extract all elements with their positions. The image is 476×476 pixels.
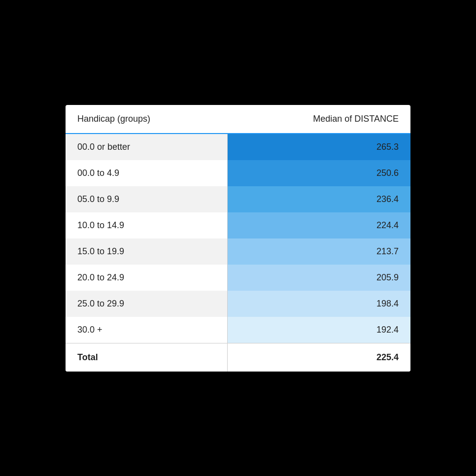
- value-cell: 236.4: [228, 186, 411, 212]
- group-label: 10.0 to 14.9: [66, 212, 228, 238]
- value-cell: 213.7: [228, 238, 411, 265]
- group-label: 25.0 to 29.9: [66, 291, 228, 317]
- value-cell: 192.4: [228, 317, 411, 343]
- table-card: Handicap (groups) Median of DISTANCE 00.…: [66, 105, 410, 372]
- value-cell: 224.4: [228, 212, 411, 238]
- table-row: 00.0 to 4.9250.6: [66, 160, 410, 186]
- value-cell: 205.9: [228, 265, 411, 291]
- table-row: 10.0 to 14.9224.4: [66, 212, 410, 238]
- value-cell: 250.6: [228, 160, 411, 186]
- group-label: 15.0 to 19.9: [66, 238, 228, 265]
- table-row: 00.0 or better265.3: [66, 134, 410, 160]
- group-label: 00.0 to 4.9: [66, 160, 228, 186]
- col2-header: Median of DISTANCE: [228, 105, 411, 134]
- total-value: 225.4: [228, 343, 411, 372]
- group-label: 30.0 +: [66, 317, 228, 343]
- data-table: Handicap (groups) Median of DISTANCE 00.…: [66, 105, 410, 372]
- value-cell: 265.3: [228, 134, 411, 160]
- col1-header: Handicap (groups): [66, 105, 228, 134]
- table-row: 30.0 +192.4: [66, 317, 410, 343]
- table-row: 20.0 to 24.9205.9: [66, 265, 410, 291]
- total-label: Total: [66, 343, 228, 372]
- table-row: 05.0 to 9.9236.4: [66, 186, 410, 212]
- group-label: 00.0 or better: [66, 134, 228, 160]
- value-cell: 198.4: [228, 291, 411, 317]
- table-header-row: Handicap (groups) Median of DISTANCE: [66, 105, 410, 134]
- table-row: 15.0 to 19.9213.7: [66, 238, 410, 265]
- table-row: 25.0 to 29.9198.4: [66, 291, 410, 317]
- group-label: 20.0 to 24.9: [66, 265, 228, 291]
- total-row: Total 225.4: [66, 343, 410, 372]
- group-label: 05.0 to 9.9: [66, 186, 228, 212]
